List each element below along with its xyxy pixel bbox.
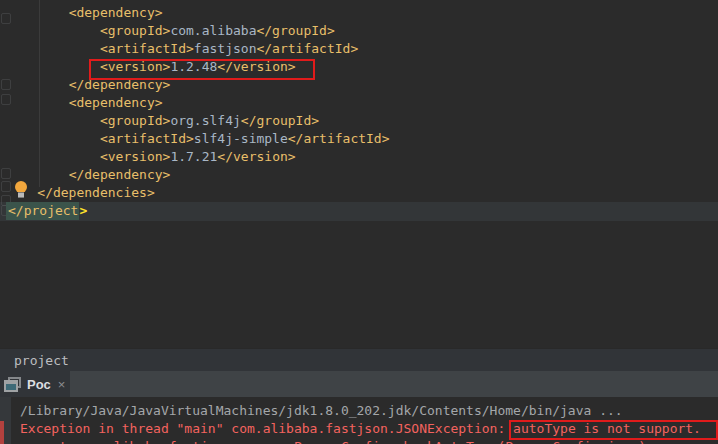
breadcrumb-bar: project [0,348,718,371]
code-line[interactable]: <groupId>com.alibaba</groupId> [6,22,718,40]
run-console-icon [4,377,21,392]
matched-tag-highlight: </project [6,202,79,220]
code-line[interactable]: <dependency> [6,94,718,112]
matched-bracket: > [79,203,87,218]
run-tab-poc[interactable]: Poc × [0,371,70,397]
boxed-error-text: autoType is not support. [513,421,701,436]
console-system-line: /Library/Java/JavaVirtualMachines/jdk1.8… [20,402,718,420]
code-line[interactable]: </dependency> [6,76,718,94]
console-output-pane[interactable]: /Library/Java/JavaVirtualMachines/jdk1.8… [0,397,718,444]
console-error-stripe [0,421,4,444]
xml-code[interactable]: <dependency> <groupId>com.alibaba</group… [6,4,718,220]
close-tab-icon[interactable]: × [58,377,66,392]
code-line[interactable]: <artifactId>slf4j-simple</artifactId> [6,130,718,148]
breadcrumb-item-project[interactable]: project [14,353,69,368]
code-line[interactable]: <groupId>org.slf4j</groupId> [6,112,718,130]
code-line[interactable]: <version>1.2.48</version> [6,58,718,76]
code-line[interactable]: </project> [6,202,718,220]
code-line[interactable]: </dependency> [6,166,718,184]
console-error-line: Exception in thread "main" com.alibaba.f… [20,420,718,438]
code-line[interactable]: <artifactId>fastjson</artifactId> [6,40,718,58]
console-error-line: at com.alibaba.fastjson.parser.ParserCon… [20,438,718,444]
console-gutter [0,397,11,444]
run-tab-label: Poc [27,377,51,392]
ide-window: <dependency> <groupId>com.alibaba</group… [0,0,718,444]
console-text: /Library/Java/JavaVirtualMachines/jdk1.8… [11,397,718,444]
editor-pane[interactable]: <dependency> <groupId>com.alibaba</group… [0,0,718,348]
code-line[interactable]: <dependency> [6,4,718,22]
code-line[interactable]: <version>1.7.21</version> [6,148,718,166]
run-toolwindow-tabbar: Poc × [0,371,718,397]
code-line[interactable]: </dependencies> [6,184,718,202]
